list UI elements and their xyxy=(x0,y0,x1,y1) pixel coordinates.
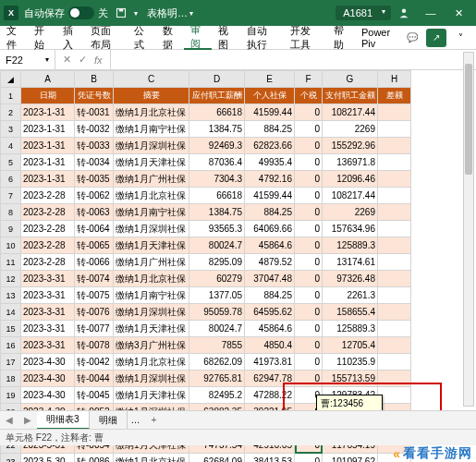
cell[interactable]: 93565.3 xyxy=(189,221,245,237)
cell[interactable]: 转-0045 xyxy=(75,387,114,404)
row-header[interactable]: 18 xyxy=(1,371,21,387)
filename-dropdown-icon[interactable]: ▾ xyxy=(189,9,193,18)
cell[interactable]: 884.25 xyxy=(245,204,295,221)
tab-view[interactable]: 视图 xyxy=(212,26,239,50)
row-header[interactable]: 3 xyxy=(1,121,21,138)
cell[interactable] xyxy=(378,204,411,221)
tab-dev[interactable]: 开发工具 xyxy=(284,26,327,50)
cell[interactable]: 缴纳1月北京社保 xyxy=(114,271,189,287)
name-box[interactable]: F22 ▾ xyxy=(0,50,55,69)
cell[interactable]: 缴纳1月北京社保 xyxy=(114,104,189,121)
cell[interactable]: 2023-4-30 xyxy=(21,387,75,404)
tab-home[interactable]: 开始 xyxy=(28,26,55,50)
cell[interactable] xyxy=(378,171,411,188)
cell[interactable] xyxy=(378,254,411,271)
cell[interactable]: 0 xyxy=(295,304,323,321)
row-header[interactable]: 16 xyxy=(1,337,21,354)
sheets-more-icon[interactable]: … xyxy=(128,415,144,425)
cell[interactable]: 2269 xyxy=(323,204,378,221)
cell[interactable] xyxy=(378,287,411,304)
cell[interactable]: 摘要 xyxy=(114,88,189,104)
cell[interactable]: 0 xyxy=(295,221,323,237)
cell[interactable]: 92765.81 xyxy=(189,371,245,387)
cell[interactable]: 41599.44 xyxy=(245,104,295,121)
user-icon[interactable] xyxy=(398,7,409,18)
sheets-nav-next-icon[interactable]: ▶ xyxy=(18,415,37,425)
ribbon-collapse-icon[interactable]: ˅ xyxy=(450,29,470,47)
cell[interactable]: 0 xyxy=(295,254,323,271)
cell[interactable]: 125889.3 xyxy=(323,321,378,337)
cell[interactable]: 0 xyxy=(295,287,323,304)
cell[interactable]: 2023-2-28 xyxy=(21,221,75,237)
cell[interactable]: 0 xyxy=(295,354,323,371)
cell[interactable]: 转-0077 xyxy=(75,321,114,337)
cell[interactable]: 支付职工金额 xyxy=(323,88,378,104)
cell[interactable]: 1384.75 xyxy=(189,121,245,138)
cell[interactable]: 2023-1-31 xyxy=(21,104,75,121)
cell[interactable] xyxy=(378,321,411,337)
cell[interactable]: 转-0033 xyxy=(75,138,114,154)
col-header[interactable]: H xyxy=(378,71,411,88)
cell[interactable]: 87036.4 xyxy=(189,154,245,171)
cell[interactable]: 41599.44 xyxy=(245,188,295,204)
col-header[interactable]: D xyxy=(189,71,245,88)
cell[interactable]: 101097.62 xyxy=(323,454,378,463)
dropdown-icon[interactable]: ▾ xyxy=(134,9,138,18)
cell[interactable]: 80024.7 xyxy=(189,237,245,254)
cell[interactable]: 缴纳1月北京社保 xyxy=(114,454,189,463)
cell[interactable]: 13174.61 xyxy=(323,254,378,271)
cell[interactable]: 155292.96 xyxy=(323,138,378,154)
cell[interactable]: 884.25 xyxy=(245,287,295,304)
cell[interactable]: 0 xyxy=(295,104,323,121)
cell[interactable]: 转-0062 xyxy=(75,188,114,204)
cell[interactable]: 136971.8 xyxy=(323,154,378,171)
col-header[interactable]: E xyxy=(245,71,295,88)
cell[interactable]: 110235.9 xyxy=(323,354,378,371)
cell[interactable]: 2023-2-28 xyxy=(21,188,75,204)
cell[interactable]: 个人社保 xyxy=(245,88,295,104)
cell[interactable]: 12705.4 xyxy=(323,337,378,354)
cell[interactable] xyxy=(378,104,411,121)
comments-button[interactable]: 💬 xyxy=(402,29,422,47)
sheet-tab[interactable]: 明细 xyxy=(90,411,128,430)
cell[interactable]: 62684.09 xyxy=(189,454,245,463)
cell[interactable]: 2023-2-28 xyxy=(21,237,75,254)
cell[interactable]: 157634.96 xyxy=(323,221,378,237)
cell[interactable]: 2023-3-31 xyxy=(21,287,75,304)
row-header[interactable]: 4 xyxy=(1,138,21,154)
cell[interactable]: 日期 xyxy=(21,88,75,104)
row-header[interactable]: 10 xyxy=(1,237,21,254)
cell[interactable]: 转-0065 xyxy=(75,237,114,254)
cell[interactable]: 2023-4-30 xyxy=(21,354,75,371)
cell[interactable] xyxy=(378,354,411,371)
cell[interactable]: 1384.75 xyxy=(189,204,245,221)
cell[interactable]: 个税 xyxy=(295,88,323,104)
cell[interactable]: 82495.2 xyxy=(189,387,245,404)
cell[interactable]: 2023-1-31 xyxy=(21,138,75,154)
row-header[interactable]: 19 xyxy=(1,387,21,404)
cell[interactable]: 2023-3-31 xyxy=(21,337,75,354)
cell[interactable]: 80024.7 xyxy=(189,321,245,337)
row-header[interactable]: 8 xyxy=(1,204,21,221)
cell[interactable]: 转-0064 xyxy=(75,221,114,237)
cell[interactable] xyxy=(378,188,411,204)
cell[interactable]: 2023-2-28 xyxy=(21,204,75,221)
cell[interactable]: 884.25 xyxy=(245,121,295,138)
cell[interactable]: 4879.52 xyxy=(245,254,295,271)
cell[interactable]: 0 xyxy=(295,337,323,354)
cell[interactable]: 缴纳1月深圳社保 xyxy=(114,221,189,237)
cell[interactable]: 转-0086 xyxy=(75,454,114,463)
cell[interactable]: 108217.44 xyxy=(323,188,378,204)
cell[interactable]: 0 xyxy=(295,454,323,463)
cell[interactable]: 4850.4 xyxy=(245,337,295,354)
tab-auto[interactable]: 自动执行 xyxy=(240,26,284,50)
cell[interactable]: 差额 xyxy=(378,88,411,104)
tab-review[interactable]: 审阅 xyxy=(184,26,212,50)
col-header[interactable]: B xyxy=(75,71,114,88)
cell[interactable] xyxy=(378,304,411,321)
cell[interactable]: 7304.3 xyxy=(189,171,245,188)
cell[interactable]: 应付职工薪酬 xyxy=(189,88,245,104)
row-header[interactable]: 2 xyxy=(1,104,21,121)
row-header[interactable]: 7 xyxy=(1,188,21,204)
scrollbar-thumb[interactable] xyxy=(465,64,472,175)
